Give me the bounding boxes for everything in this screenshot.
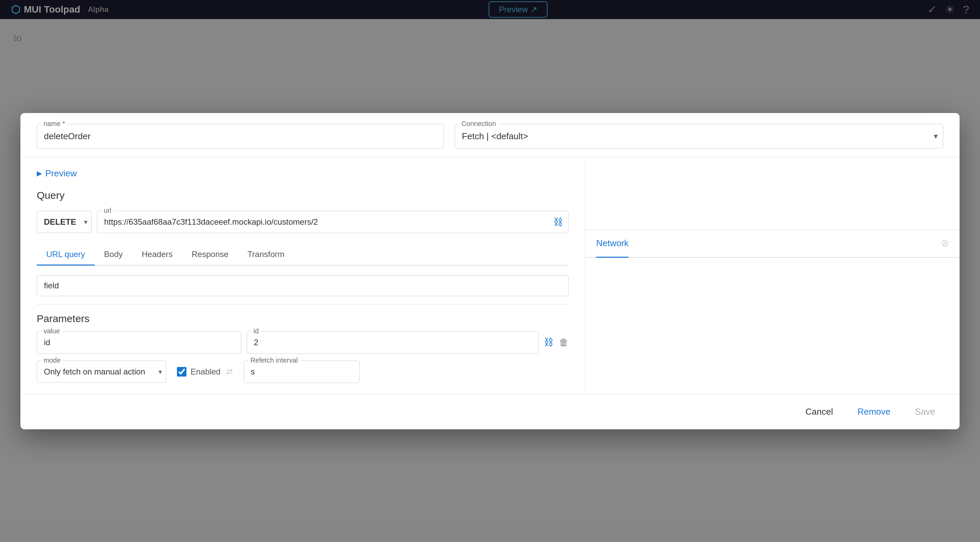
preview-toggle-label: Preview <box>45 168 76 179</box>
tab-headers[interactable]: Headers <box>132 244 182 266</box>
tab-body[interactable]: Body <box>95 244 132 266</box>
enabled-label: Enabled <box>191 367 221 376</box>
modal-footer: Cancel Remove Save <box>21 394 959 429</box>
url-row: DELETE ▾ url ⛓ <box>37 211 569 233</box>
param-value-wrapper: value <box>37 331 241 354</box>
name-field-label: name * <box>41 120 67 128</box>
refetch-interval-label: Refetch interval <box>248 357 300 364</box>
section-divider <box>37 304 569 305</box>
param-value-input[interactable] <box>37 331 241 354</box>
tab-response[interactable]: Response <box>182 244 238 266</box>
http-method-select[interactable]: DELETE <box>37 211 92 233</box>
enabled-link-icon: ⇄ <box>226 367 233 376</box>
connection-field-group: Connection Fetch | <default> ▾ <box>455 124 943 148</box>
name-field-group: name * <box>37 124 444 149</box>
enabled-row: Enabled ⇄ <box>177 367 233 376</box>
url-field-label: url <box>102 207 113 215</box>
tab-transform[interactable]: Transform <box>238 244 294 266</box>
modal-header: name * Connection Fetch | <default> ▾ <box>21 113 959 157</box>
preview-toggle-arrow-icon: ▶ <box>37 169 42 177</box>
param-link-icon[interactable]: ⛓ <box>544 337 554 348</box>
field-tag: field <box>37 275 569 296</box>
url-link-icon[interactable]: ⛓ <box>554 216 563 228</box>
param-id-wrapper: id <box>247 331 539 354</box>
preview-toggle[interactable]: ▶ Preview <box>37 168 569 179</box>
mode-wrapper: mode Only fetch on manual action ▾ <box>37 360 166 383</box>
query-tabs: URL query Body Headers Response Transfor… <box>37 244 569 266</box>
url-field-wrapper: url ⛓ <box>97 211 569 233</box>
tab-network[interactable]: Network <box>596 230 628 258</box>
right-panel: Network ⊘ <box>585 157 959 394</box>
modal-dialog: name * Connection Fetch | <default> ▾ ▶ … <box>21 113 959 429</box>
connection-select[interactable]: Fetch | <default> <box>455 124 943 148</box>
network-content <box>585 258 959 394</box>
enabled-checkbox[interactable] <box>177 367 186 376</box>
modal-overlay: name * Connection Fetch | <default> ▾ ▶ … <box>0 0 980 542</box>
network-clear-icon[interactable]: ⊘ <box>941 238 949 249</box>
left-panel: ▶ Preview Query DELETE ▾ url <box>21 157 585 394</box>
save-button[interactable]: Save <box>907 402 943 421</box>
param-id-input[interactable] <box>247 331 539 354</box>
query-section-title: Query <box>37 190 569 201</box>
tab-url-query[interactable]: URL query <box>37 244 95 266</box>
name-input[interactable] <box>37 124 444 149</box>
param-row: value id ⛓ 🗑 <box>37 331 569 354</box>
right-top-area <box>585 157 959 230</box>
modal-body: ▶ Preview Query DELETE ▾ url <box>21 157 959 394</box>
connection-field-label: Connection <box>460 120 498 128</box>
refetch-wrapper: Refetch interval <box>243 360 360 383</box>
param-id-label: id <box>251 327 261 335</box>
param-value-label: value <box>41 327 62 335</box>
right-bottom-area: Network ⊘ <box>585 230 959 394</box>
cancel-button[interactable]: Cancel <box>797 402 841 421</box>
mode-row: mode Only fetch on manual action ▾ Enabl… <box>37 360 569 383</box>
param-delete-icon[interactable]: 🗑 <box>559 337 569 348</box>
parameters-section-title: Parameters <box>37 313 569 324</box>
param-actions: ⛓ 🗑 <box>544 337 569 348</box>
network-tabs: Network ⊘ <box>585 230 959 258</box>
mode-label: mode <box>41 357 63 364</box>
url-input[interactable] <box>97 211 569 233</box>
remove-button[interactable]: Remove <box>850 402 899 421</box>
method-select-wrapper: DELETE ▾ <box>37 211 92 233</box>
